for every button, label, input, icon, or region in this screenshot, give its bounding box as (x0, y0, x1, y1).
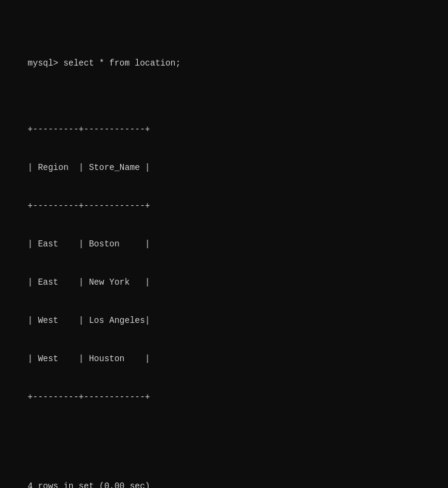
location-border-bot: +---------+------------+ (28, 392, 151, 402)
location-row-1: | East | Boston | (28, 239, 151, 249)
query1-text: mysql> select * from location; (28, 58, 181, 68)
location-row-2: | East | New York | (28, 277, 151, 287)
location-row-4: | West | Houston | (28, 354, 151, 364)
location-border-mid: +---------+------------+ (28, 201, 151, 211)
location-table: +---------+------------+ | Region | Stor… (7, 110, 441, 442)
terminal-window: mysql> select * from location; +--------… (7, 6, 441, 488)
query1-section: mysql> select * from location; (7, 44, 441, 83)
location-row-3: | West | Los Angeles| (28, 316, 151, 325)
location-header: | Region | Store_Name | (28, 163, 151, 172)
location-result-info: 4 rows in set (0.00 sec) (7, 467, 441, 488)
location-border-top: +---------+------------+ (28, 124, 151, 134)
